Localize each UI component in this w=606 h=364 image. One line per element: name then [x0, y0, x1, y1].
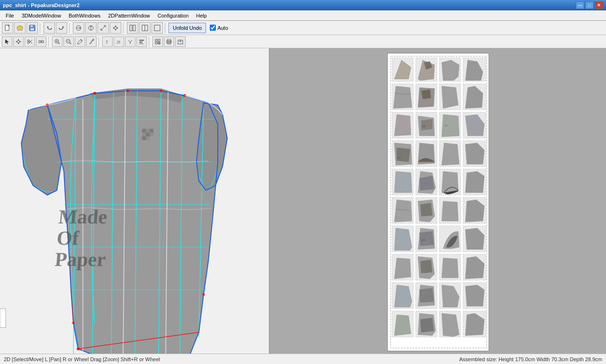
close-button[interactable]: ✕: [595, 1, 603, 9]
svg-rect-18: [154, 25, 160, 31]
svg-marker-144: [394, 171, 412, 193]
scale-button[interactable]: [98, 22, 109, 34]
paint-button[interactable]: [86, 36, 97, 47]
maximize-button[interactable]: □: [585, 1, 594, 9]
text-button[interactable]: T: [102, 36, 113, 47]
svg-rect-101: [0, 309, 6, 328]
svg-marker-119: [442, 86, 458, 108]
svg-marker-117: [421, 89, 431, 99]
svg-point-82: [160, 90, 162, 92]
svg-text:28: 28: [116, 40, 120, 44]
svg-rect-49: [158, 39, 160, 41]
svg-rect-43: [139, 40, 144, 41]
print-button[interactable]: [164, 36, 174, 47]
move2-button[interactable]: [13, 36, 24, 47]
svg-point-81: [127, 90, 129, 92]
zoom-out-button[interactable]: [63, 36, 74, 47]
view3-button[interactable]: [152, 22, 163, 34]
svg-marker-151: [465, 171, 484, 193]
2d-pattern-panel[interactable]: de O be: [270, 48, 606, 354]
rotate-y-button[interactable]: [85, 22, 97, 34]
svg-line-26: [29, 40, 33, 44]
svg-marker-149: [442, 171, 458, 194]
svg-text:be: be: [398, 156, 401, 160]
scissor-button[interactable]: [25, 36, 35, 47]
svg-rect-44: [139, 42, 143, 43]
svg-rect-29: [42, 41, 44, 43]
flip-button[interactable]: [125, 36, 135, 47]
auto-checkbox[interactable]: Auto: [210, 25, 228, 31]
svg-rect-3: [30, 25, 33, 27]
svg-rect-1: [8, 25, 9, 26]
svg-rect-45: [139, 44, 143, 44]
redo-button[interactable]: [56, 22, 67, 34]
rotate-x-button[interactable]: [73, 22, 84, 34]
open-button[interactable]: [14, 22, 26, 34]
export-button[interactable]: [175, 36, 186, 47]
select-button[interactable]: [2, 36, 12, 47]
view2-button[interactable]: [139, 22, 151, 34]
zoom-in-button[interactable]: [52, 36, 62, 47]
separator3: [123, 23, 125, 33]
menu-bothwindows[interactable]: BothWindows: [65, 12, 104, 19]
separator5: [48, 36, 50, 47]
svg-rect-14: [130, 25, 132, 31]
svg-rect-48: [155, 39, 157, 41]
new-button[interactable]: [2, 22, 13, 34]
pen-button[interactable]: [75, 36, 85, 47]
svg-marker-113: [393, 86, 412, 108]
view1-button[interactable]: [127, 22, 138, 34]
svg-rect-98: [150, 133, 153, 136]
number-button[interactable]: 28: [114, 36, 124, 47]
separator1: [40, 23, 42, 33]
svg-marker-23: [19, 41, 21, 43]
svg-marker-22: [16, 41, 18, 43]
3d-shirt-view[interactable]: Made Of Paper: [0, 48, 269, 354]
svg-text:Made: Made: [58, 206, 108, 228]
svg-rect-28: [39, 41, 41, 43]
svg-marker-147: [419, 176, 434, 190]
separator2: [69, 23, 71, 33]
svg-marker-153: [394, 200, 412, 222]
menu-help[interactable]: Help: [192, 12, 211, 19]
svg-point-25: [27, 42, 29, 44]
statusbar: 2D [Select/Move] L [Pan] R or Wheel Drag…: [0, 354, 606, 364]
svg-point-24: [27, 40, 29, 42]
svg-rect-96: [142, 133, 146, 136]
svg-marker-13: [116, 27, 118, 29]
undo-button[interactable]: [44, 22, 55, 34]
svg-text:Paper: Paper: [54, 249, 107, 270]
svg-marker-109: [442, 60, 459, 80]
svg-text:O: O: [445, 124, 447, 127]
svg-rect-97: [146, 133, 150, 136]
svg-marker-157: [420, 203, 432, 216]
menu-configuration[interactable]: Configuration: [154, 12, 192, 19]
svg-marker-11: [115, 29, 116, 31]
separator6: [98, 36, 100, 47]
unfold-undo-button[interactable]: Unfold Undo: [169, 23, 206, 33]
svg-rect-95: [150, 129, 153, 133]
svg-marker-12: [113, 27, 115, 29]
menu-2dpatternwindow[interactable]: 2DPatternWindow: [104, 12, 154, 19]
menu-3dmodelwindow[interactable]: 3DModelWindow: [18, 12, 65, 19]
svg-line-36: [70, 43, 71, 44]
svg-marker-184: [419, 288, 434, 302]
menu-file[interactable]: File: [2, 12, 18, 19]
svg-marker-20: [18, 39, 19, 41]
svg-rect-93: [142, 129, 146, 133]
align-button[interactable]: [136, 36, 147, 47]
save-button[interactable]: [27, 22, 38, 34]
minimize-button[interactable]: —: [576, 1, 584, 9]
svg-marker-10: [115, 25, 116, 27]
move-button[interactable]: [110, 22, 121, 34]
title-text: ppc_shirt - PepakuraDesigner2: [3, 2, 576, 8]
svg-marker-190: [394, 315, 411, 336]
join-button[interactable]: [36, 36, 46, 47]
grid-button[interactable]: [152, 36, 163, 47]
svg-rect-94: [146, 129, 150, 133]
3d-view-panel[interactable]: Made Of Paper: [0, 48, 270, 354]
svg-rect-47: [158, 42, 160, 44]
menubar: File 3DModelWindow BothWindows 2DPattern…: [0, 10, 606, 21]
svg-marker-159: [442, 201, 458, 221]
separator7: [149, 36, 151, 47]
